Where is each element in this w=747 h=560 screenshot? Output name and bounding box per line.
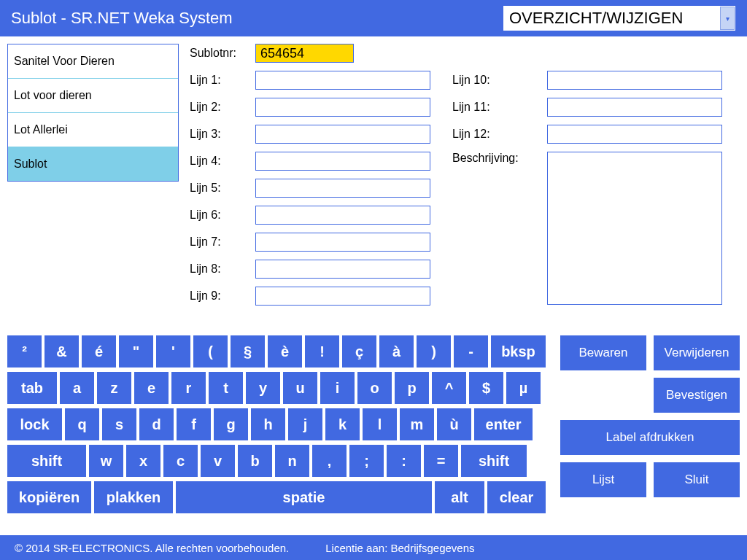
description-label: Beschrijving: xyxy=(452,152,547,165)
key-bksp[interactable]: bksp xyxy=(491,335,546,368)
line-input[interactable] xyxy=(547,98,722,117)
key-plakken[interactable]: plakken xyxy=(94,481,173,513)
key-k[interactable]: k xyxy=(325,408,360,440)
key-^[interactable]: ^ xyxy=(432,372,466,404)
key-p[interactable]: p xyxy=(395,372,429,404)
key-a[interactable]: a xyxy=(60,372,94,404)
sidebar-item-0[interactable]: Sanitel Voor Dieren xyxy=(8,44,178,79)
key-d[interactable]: d xyxy=(139,408,174,440)
key-f[interactable]: f xyxy=(177,408,211,440)
key-w[interactable]: w xyxy=(89,445,123,477)
key-&[interactable]: & xyxy=(44,335,79,368)
sidebar-item-2[interactable]: Lot Allerlei xyxy=(8,113,178,147)
form-area: Sublotnr: Lijn 1:Lijn 2:Lijn 3:Lijn 4:Li… xyxy=(190,44,740,314)
line-input[interactable] xyxy=(255,98,430,117)
list-button[interactable]: Lijst xyxy=(560,462,646,497)
line-input[interactable] xyxy=(255,260,430,279)
line-label: Lijn 4: xyxy=(190,155,255,168)
line-input[interactable] xyxy=(255,152,430,171)
key-r[interactable]: r xyxy=(171,372,206,404)
print-label-button[interactable]: Label afdrukken xyxy=(560,420,740,455)
action-buttons: Bewaren Verwijderen Bevestigen Label afd… xyxy=(560,335,740,524)
confirm-button[interactable]: Bevestigen xyxy=(654,378,740,413)
key-shift[interactable]: shift xyxy=(461,445,527,477)
footer-bar: © 2014 SR-ELECTRONICS. Alle rechten voor… xyxy=(0,535,747,560)
key-n[interactable]: n xyxy=(275,445,309,477)
close-button[interactable]: Sluit xyxy=(654,462,740,497)
key-alt[interactable]: alt xyxy=(435,481,484,513)
app-title: Sublot - SR.NET Weka System xyxy=(11,9,233,28)
delete-button[interactable]: Verwijderen xyxy=(654,335,740,370)
line-label: Lijn 5: xyxy=(190,182,255,195)
key-x[interactable]: x xyxy=(126,445,160,477)
key-é[interactable]: é xyxy=(82,335,116,368)
line-label: Lijn 3: xyxy=(190,128,255,141)
key-g[interactable]: g xyxy=(214,408,248,440)
line-label: Lijn 1: xyxy=(190,74,255,87)
key-;[interactable]: ; xyxy=(349,445,384,477)
line-input[interactable] xyxy=(255,179,430,198)
key-shift[interactable]: shift xyxy=(7,445,86,477)
line-input[interactable] xyxy=(255,206,430,225)
key-u[interactable]: u xyxy=(283,372,317,404)
key-e[interactable]: e xyxy=(134,372,169,404)
line-row: Lijn 11: xyxy=(452,98,722,117)
line-label: Lijn 2: xyxy=(190,101,255,114)
line-label: Lijn 8: xyxy=(190,262,255,276)
key-ç[interactable]: ç xyxy=(342,335,376,368)
line-input[interactable] xyxy=(255,287,430,306)
key-v[interactable]: v xyxy=(201,445,235,477)
key-$[interactable]: $ xyxy=(469,372,503,404)
key-m[interactable]: m xyxy=(400,408,434,440)
key-:[interactable]: : xyxy=(387,445,421,477)
line-label: Lijn 6: xyxy=(190,209,255,222)
mode-select[interactable] xyxy=(503,5,736,31)
save-button[interactable]: Bewaren xyxy=(560,335,646,370)
line-label: Lijn 12: xyxy=(452,128,547,141)
key-à[interactable]: à xyxy=(379,335,414,368)
key-i[interactable]: i xyxy=(320,372,355,404)
key-'[interactable]: ' xyxy=(156,335,190,368)
description-textarea[interactable] xyxy=(547,152,722,305)
key-c[interactable]: c xyxy=(163,445,198,477)
key-b[interactable]: b xyxy=(238,445,272,477)
key-o[interactable]: o xyxy=(357,372,392,404)
key-=[interactable]: = xyxy=(424,445,458,477)
key-h[interactable]: h xyxy=(251,408,285,440)
key-l[interactable]: l xyxy=(363,408,397,440)
key-lock[interactable]: lock xyxy=(7,408,62,440)
line-row: Lijn 10: xyxy=(452,71,722,90)
mode-select-wrap[interactable]: ▾ xyxy=(503,5,736,31)
key-q[interactable]: q xyxy=(65,408,99,440)
line-input[interactable] xyxy=(255,71,430,90)
key-)[interactable]: ) xyxy=(417,335,451,368)
sublot-input[interactable] xyxy=(255,44,354,63)
key-"[interactable]: " xyxy=(119,335,153,368)
sidebar-item-3[interactable]: Sublot xyxy=(8,147,178,181)
key-t[interactable]: t xyxy=(209,372,243,404)
line-input[interactable] xyxy=(255,233,430,252)
key-tab[interactable]: tab xyxy=(7,372,57,404)
line-input[interactable] xyxy=(547,71,722,90)
line-input[interactable] xyxy=(255,125,430,144)
key-j[interactable]: j xyxy=(288,408,322,440)
key-![interactable]: ! xyxy=(305,335,339,368)
sidebar-item-1[interactable]: Lot voor dieren xyxy=(8,79,178,113)
key-kopiëren[interactable]: kopiëren xyxy=(7,481,91,513)
key--[interactable]: - xyxy=(454,335,488,368)
line-input[interactable] xyxy=(547,125,722,144)
key-µ[interactable]: µ xyxy=(506,372,541,404)
key-enter[interactable]: enter xyxy=(474,408,533,440)
key-,[interactable]: , xyxy=(312,445,347,477)
key-([interactable]: ( xyxy=(193,335,228,368)
key-s[interactable]: s xyxy=(102,408,136,440)
key-clear[interactable]: clear xyxy=(487,481,546,513)
key-è[interactable]: è xyxy=(268,335,302,368)
sidebar: Sanitel Voor DierenLot voor dierenLot Al… xyxy=(7,44,179,182)
key-y[interactable]: y xyxy=(246,372,280,404)
key-ù[interactable]: ù xyxy=(437,408,471,440)
key-§[interactable]: § xyxy=(231,335,265,368)
key-²[interactable]: ² xyxy=(7,335,42,368)
key-spatie[interactable]: spatie xyxy=(176,481,432,513)
key-z[interactable]: z xyxy=(97,372,131,404)
